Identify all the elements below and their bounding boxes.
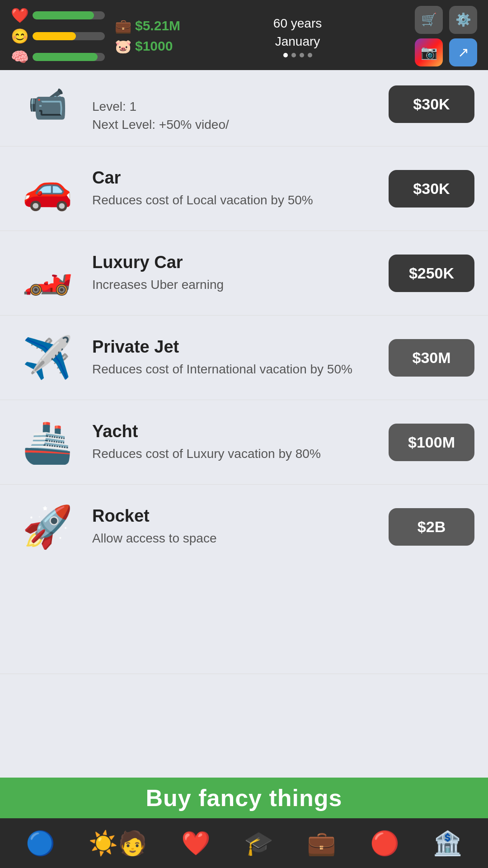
yacht-text: Yacht Reduces cost of Luxury vacation by… — [92, 422, 378, 462]
luxury-car-title: Luxury Car — [92, 253, 378, 272]
camera-next-level: Next Level: +50% video/ — [92, 116, 229, 133]
settings-button[interactable]: ⚙️ — [449, 6, 477, 34]
jet-emoji: ✈️ — [22, 337, 73, 378]
nav-item-sun[interactable]: ☀️🧑 — [89, 830, 147, 857]
top-icon-row-2: 📷 ↗ — [415, 38, 477, 66]
brain-bar-bg — [33, 53, 105, 61]
brain-stat: 🧠 — [11, 48, 105, 66]
car-price-label: $30K — [413, 180, 450, 197]
yacht-price-label: $100M — [408, 434, 455, 451]
jet-emoji-wrap: ✈️ — [14, 328, 81, 387]
small-money-value: $1000 — [135, 38, 173, 54]
rocket-emoji-wrap: 🚀 — [14, 497, 81, 556]
car-price-button[interactable]: $30K — [389, 170, 474, 208]
nav-item-briefcase[interactable]: 💼 — [307, 830, 336, 857]
share-button[interactable]: ↗ — [449, 38, 477, 66]
list-item: 🚗 Car Reduces cost of Local vacation by … — [0, 146, 488, 231]
items-list: 📹 Camera Level: 1 Next Level: +50% video… — [0, 70, 488, 674]
smile-icon: 😊 — [11, 28, 28, 45]
years-label: 60 years — [186, 14, 409, 32]
list-item: 🏎️ Luxury Car Increases Uber earning $25… — [0, 231, 488, 316]
time-info: 60 years January — [186, 14, 409, 57]
list-item: ✈️ Private Jet Reduces cost of Internati… — [0, 316, 488, 400]
nav-item-bank[interactable]: 🏦 — [433, 830, 462, 857]
buy-fancy-label: Buy fancy things — [146, 784, 343, 811]
piggy-icon: 🐷 — [115, 38, 131, 54]
rocket-text: Rocket Allow access to space — [92, 506, 378, 547]
jet-price-label: $30M — [412, 349, 450, 366]
brain-icon: 🧠 — [11, 48, 28, 66]
yacht-emoji-wrap: 🚢 — [14, 413, 81, 472]
luxury-car-price-label: $250K — [409, 264, 454, 282]
rocket-price-button[interactable]: $2B — [389, 508, 474, 546]
rocket-title: Rocket — [92, 506, 378, 526]
happiness-bar-bg — [33, 32, 105, 40]
nav-item-heart[interactable]: ❤️ — [181, 830, 211, 857]
nav-item-red[interactable]: 🔴 — [370, 830, 399, 857]
top-icon-row-1: 🛒 ⚙️ — [415, 6, 477, 34]
rocket-emoji: 🚀 — [22, 506, 73, 547]
list-item: 📹 Camera Level: 1 Next Level: +50% video… — [0, 70, 488, 146]
yacht-price-button[interactable]: $100M — [389, 424, 474, 461]
health-bar-bg — [33, 11, 105, 19]
luxury-car-desc: Increases Uber earning — [92, 276, 378, 293]
camera-text: Camera Level: 1 Next Level: +50% video/ — [92, 75, 378, 133]
yacht-emoji: 🚢 — [22, 422, 73, 462]
yacht-desc: Reduces cost of Luxury vacation by 80% — [92, 445, 378, 462]
jet-title: Private Jet — [92, 337, 378, 357]
dot-3 — [300, 53, 304, 57]
instagram-button[interactable]: 📷 — [415, 38, 443, 66]
happiness-bar-fill — [33, 32, 76, 40]
nav-item-person[interactable]: 🔵 — [26, 830, 55, 857]
rocket-price-label: $2B — [418, 518, 446, 535]
jet-price-button[interactable]: $30M — [389, 339, 474, 377]
car-text: Car Reduces cost of Local vacation by 50… — [92, 168, 378, 209]
rocket-desc: Allow access to space — [92, 529, 378, 547]
bottom-nav: 🔵 ☀️🧑 ❤️ 🎓 💼 🔴 🏦 — [0, 818, 488, 868]
camera-level: Level: 1 — [92, 98, 136, 115]
luxury-car-emoji: 🏎️ — [22, 253, 73, 293]
dot-1 — [283, 53, 288, 57]
buy-fancy-bar: Buy fancy things — [0, 778, 488, 818]
page-dots — [186, 53, 409, 57]
top-icon-group: 🛒 ⚙️ 📷 ↗ — [415, 6, 477, 66]
top-bar: ❤️ 😊 🧠 💼 $5.21M 🐷 $1000 — [0, 0, 488, 70]
month-label: January — [186, 33, 409, 50]
jet-text: Private Jet Reduces cost of Internationa… — [92, 337, 378, 378]
camera-emoji-wrap: 📹 — [14, 75, 81, 133]
camera-price-button[interactable]: $30K — [389, 85, 474, 123]
camera-emoji: 📹 — [28, 88, 67, 120]
dot-2 — [291, 53, 296, 57]
wallet-icon: 💼 — [115, 18, 131, 34]
camera-price-label: $30K — [413, 95, 450, 113]
list-item: 🚀 Rocket Allow access to space $2B — [0, 485, 488, 674]
car-title: Car — [92, 168, 378, 188]
main-money-value: $5.21M — [135, 18, 180, 33]
luxury-car-emoji-wrap: 🏎️ — [14, 244, 81, 302]
jet-desc: Reduces cost of International vacation b… — [92, 360, 378, 378]
brain-bar-fill — [33, 53, 98, 61]
car-emoji-wrap: 🚗 — [14, 159, 81, 218]
car-emoji: 🚗 — [22, 168, 73, 209]
car-desc: Reduces cost of Local vacation by 50% — [92, 191, 378, 209]
cart-button[interactable]: 🛒 — [415, 6, 443, 34]
money-section: 💼 $5.21M 🐷 $1000 — [115, 18, 180, 54]
small-money-row: 🐷 $1000 — [115, 38, 180, 54]
dot-4 — [308, 53, 312, 57]
share-icon: ↗ — [458, 44, 469, 60]
health-bar-fill — [33, 11, 94, 19]
health-stat: ❤️ — [11, 7, 105, 24]
luxury-car-price-button[interactable]: $250K — [389, 255, 474, 292]
main-money-row: 💼 $5.21M — [115, 18, 180, 34]
instagram-icon: 📷 — [421, 44, 437, 60]
luxury-car-text: Luxury Car Increases Uber earning — [92, 253, 378, 293]
heart-icon: ❤️ — [11, 7, 28, 24]
nav-item-graduation[interactable]: 🎓 — [244, 830, 273, 857]
list-item: 🚢 Yacht Reduces cost of Luxury vacation … — [0, 400, 488, 485]
stats-section: ❤️ 😊 🧠 — [11, 7, 105, 66]
yacht-title: Yacht — [92, 422, 378, 441]
happiness-stat: 😊 — [11, 28, 105, 45]
